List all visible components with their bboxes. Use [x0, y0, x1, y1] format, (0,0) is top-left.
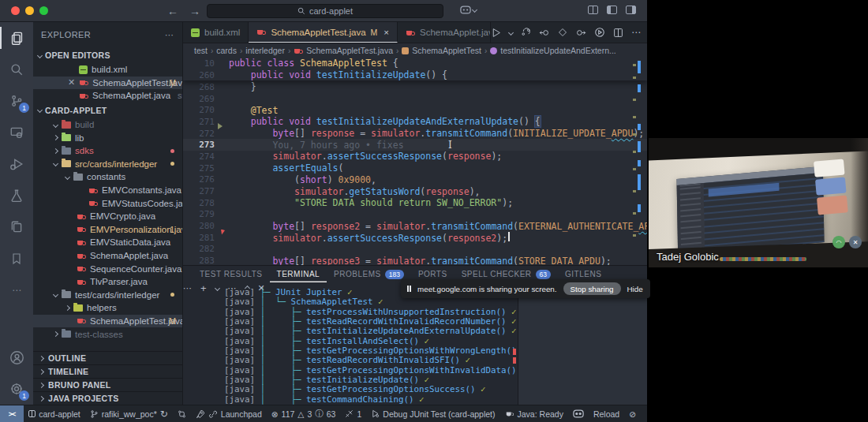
tasks-item[interactable]: 1 [340, 409, 366, 419]
close-icon[interactable]: ✕ [68, 77, 75, 88]
sidebar-section-timeline[interactable]: TIMELINE [33, 364, 182, 378]
close-icon[interactable]: × [383, 28, 389, 37]
breadcrumb-item[interactable]: test [194, 46, 208, 55]
sidebar-section-outline[interactable]: OUTLINE [33, 351, 182, 364]
more-views-icon[interactable]: ⋯ [0, 274, 33, 306]
diamond-icon[interactable] [558, 28, 567, 37]
tree-folder-item[interactable]: test/cards/interledger [33, 289, 182, 302]
bookmarks-icon[interactable] [0, 243, 33, 274]
breadcrumb-item[interactable]: SchemaAppletTest.java [294, 46, 393, 55]
copilot-status-item[interactable] [568, 409, 589, 418]
code-line[interactable]: 273 You, 7 hours ago • fixesI [183, 139, 647, 151]
tree-folder-item[interactable]: constants [33, 170, 182, 184]
tree-file-item[interactable]: EMVCrypto.java [33, 210, 182, 223]
back-icon[interactable]: ← [167, 5, 178, 17]
panel-tab-terminal[interactable]: TERMINAL [270, 266, 327, 282]
toggle-secondary-sidebar-icon[interactable] [626, 6, 636, 14]
hide-button[interactable]: Hide [627, 285, 643, 293]
run-file-icon[interactable] [491, 28, 501, 38]
editor-tab[interactable]: SchemaAppletTest.javaM× [249, 22, 398, 43]
breadcrumb-item[interactable]: interledger [245, 46, 285, 55]
run-dropdown-icon[interactable] [508, 29, 514, 35]
tree-folder-item[interactable]: lib [33, 131, 182, 144]
settings-gear-icon[interactable]: 1 [0, 373, 33, 405]
breadcrumb-item[interactable]: SchemaAppletTest [402, 46, 481, 55]
code-line[interactable]: 268 } [183, 81, 647, 93]
code-line[interactable]: 282 [183, 244, 647, 256]
tree-folder-item[interactable]: test-classes [33, 327, 182, 341]
sticky-code-line[interactable]: 10public class SchemaAppletTest { [183, 58, 647, 69]
editor-tab[interactable]: build.xml [183, 22, 249, 43]
do-not-disturb-icon[interactable]: ⊘ [624, 409, 641, 419]
participant-video-tile[interactable]: ◠ ✕ Tadej Golobic [649, 138, 868, 267]
tree-folder-item[interactable]: helpers [33, 301, 182, 315]
search-sidebar-icon[interactable] [0, 54, 33, 85]
open-editor-item[interactable]: ✕SchemaAppletTest.jav...M [33, 77, 182, 90]
tree-file-item[interactable]: TlvParser.java [33, 275, 182, 289]
copilot-menu[interactable] [460, 6, 477, 14]
open-editors-header[interactable]: OPEN EDITORS [33, 47, 182, 63]
tree-file-item[interactable]: EMVStaticData.java [33, 236, 182, 249]
customize-layout-icon[interactable] [588, 6, 598, 14]
references-icon[interactable] [0, 211, 33, 243]
tree-file-item[interactable]: EMVStatusCodes.java [33, 196, 182, 210]
testing-icon[interactable] [0, 180, 33, 211]
sticky-code-line[interactable]: 260 public void testInitializeUpdate() { [183, 69, 647, 81]
breadcrumb-item[interactable]: testInitializeUpdateAndExtern... [490, 46, 616, 55]
debug-status-item[interactable]: Debug JUnit Test (card-applet) [366, 409, 499, 419]
sidebar-section-bruno-panel[interactable]: BRUNO PANEL [33, 378, 182, 391]
panel-tab-test-results[interactable]: TEST RESULTS [193, 266, 270, 282]
launchpad-item[interactable]: Launchpad [191, 409, 267, 419]
tree-file-item[interactable]: SchemaAppletTest.javaM [33, 315, 182, 328]
remote-explorer-icon[interactable] [0, 117, 33, 148]
sidebar-section-java-projects[interactable]: JAVA PROJECTS [33, 391, 182, 405]
open-editor-item[interactable]: build.xml [33, 63, 182, 77]
tree-file-item[interactable]: SchemaApplet.java [33, 249, 182, 263]
step-forward-icon[interactable] [575, 28, 586, 38]
toggle-sidebar-icon[interactable] [607, 6, 617, 14]
tree-file-item[interactable]: SequenceCounter.java [33, 262, 182, 275]
tree-folder-item[interactable]: build [33, 118, 182, 132]
restart-icon[interactable] [521, 28, 531, 38]
split-editor-icon[interactable] [613, 28, 623, 38]
account-icon[interactable] [0, 342, 33, 373]
code-line[interactable]: 279 [183, 209, 647, 221]
command-center-search[interactable]: card-applet [207, 4, 443, 18]
problems-item[interactable]: ⊗117 △3 ⓘ63 [267, 409, 341, 420]
breadcrumb-item[interactable]: cards [216, 46, 237, 55]
code-line[interactable]: 269 [183, 93, 647, 105]
editor-more-icon[interactable]: ⋯ [631, 27, 641, 38]
stop-sharing-button[interactable]: Stop sharing [563, 282, 621, 295]
tree-file-item[interactable]: EMVPersonalization.java1 [33, 223, 182, 237]
tree-file-item[interactable]: EMVConstants.java [33, 184, 182, 197]
code-line[interactable]: 281 simulator.assertSuccessResponse(resp… [183, 232, 647, 244]
branch-item[interactable]: rafiki_ww_poc* ↻ [85, 409, 173, 420]
forward-icon[interactable]: → [189, 5, 200, 17]
terminal-output[interactable]: [java] ├─ JUnit Jupiter ✓[java] │ └─ Sch… [183, 282, 518, 405]
explorer-icon[interactable] [0, 22, 33, 54]
reload-item[interactable]: Reload [589, 409, 624, 419]
code-line[interactable]: 275 assertEquals( [183, 162, 647, 174]
source-control-icon[interactable]: 1 [0, 85, 33, 117]
code-editor[interactable]: 10public class SchemaAppletTest {260 pub… [183, 58, 647, 265]
step-back-icon[interactable] [539, 28, 550, 38]
code-line[interactable]: 274 simulator.assertSuccessResponse(resp… [183, 151, 647, 162]
minimize-window-button[interactable] [25, 6, 34, 15]
remote-indicator[interactable]: >< [0, 405, 24, 422]
code-line[interactable]: 270 @Test [183, 104, 647, 116]
code-line[interactable]: 280 byte[] response2 = simulator.transmi… [183, 220, 647, 232]
editor-tab[interactable]: SchemaApplet.java [398, 22, 491, 43]
code-line[interactable]: 278 "STORE DATA should return SW_NO_ERRO… [183, 197, 647, 209]
tree-folder-item[interactable]: sdks [33, 144, 182, 158]
run-debug-icon[interactable] [0, 148, 33, 180]
project-header[interactable]: CARD-APPLET [33, 103, 182, 118]
code-line[interactable]: 276 (short) 0x9000, [183, 174, 647, 186]
code-line[interactable]: 271 public void testInitializeUpdateAndE… [183, 116, 647, 128]
code-line[interactable]: 283 byte[] response3 = simulator.transmi… [183, 255, 647, 265]
code-line[interactable]: 277 simulator.getStatusWord(response), [183, 185, 647, 197]
run-time-icon[interactable] [594, 27, 605, 38]
panel-tab-problems[interactable]: PROBLEMS183 [327, 266, 411, 282]
overview-ruler[interactable] [633, 58, 642, 265]
gitlens-item[interactable] [173, 409, 191, 419]
maximize-window-button[interactable] [39, 6, 48, 15]
